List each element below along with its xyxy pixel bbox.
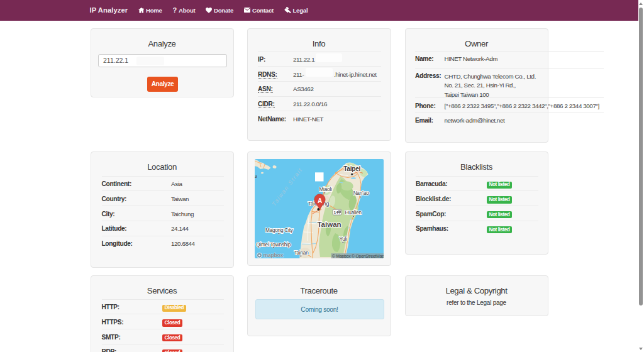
svg-text:Hualien: Hualien <box>345 210 362 216</box>
svg-text:Qimei Township: Qimei Township <box>256 242 291 248</box>
svg-text:Magong City: Magong City <box>265 228 294 233</box>
svg-text:Taipei: Taipei <box>343 165 360 172</box>
svg-text:A: A <box>318 197 322 204</box>
svg-text:14: 14 <box>334 211 338 214</box>
svg-text:Nan’ao: Nan’ao <box>353 190 369 196</box>
svg-text:© Mapbox © OpenStreetMap: © Mapbox © OpenStreetMap <box>332 254 384 258</box>
svg-text:Miaoli: Miaoli <box>319 187 333 192</box>
svg-text:mapbox: mapbox <box>263 252 283 258</box>
svg-text:Tainan: Tainan <box>294 250 309 256</box>
svg-text:u: u <box>255 173 257 179</box>
svg-text:Taiwan: Taiwan <box>317 221 341 228</box>
svg-text:Yuli: Yuli <box>339 236 347 242</box>
